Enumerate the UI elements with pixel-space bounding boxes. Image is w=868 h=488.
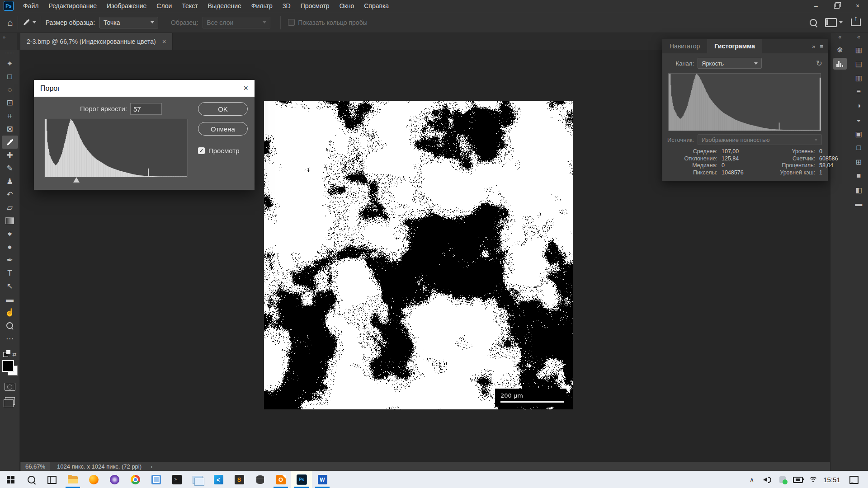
color-panel-icon[interactable]: ▦ — [852, 44, 865, 56]
taskbar-origin[interactable]: O — [270, 471, 291, 488]
tool-gradient[interactable] — [2, 214, 18, 227]
tool-blur[interactable]: ♠ — [2, 227, 18, 240]
foreground-background-swatches[interactable] — [2, 360, 18, 375]
menu-filter[interactable]: Фильтр — [246, 0, 278, 12]
menu-3d[interactable]: 3D — [278, 0, 296, 12]
properties-panel-icon[interactable]: ◧ — [852, 184, 865, 196]
antivirus-icon[interactable] — [775, 471, 790, 488]
tool-rectangular-marquee[interactable]: □ — [2, 70, 18, 83]
start-button[interactable] — [0, 471, 21, 488]
wifi-icon[interactable] — [806, 471, 821, 488]
minimize-button[interactable]: – — [806, 0, 826, 12]
task-view-button[interactable] — [42, 471, 62, 488]
taskbar-search-button[interactable] — [21, 471, 42, 488]
swap-colors-icon[interactable]: ⇄ — [12, 352, 16, 357]
preview-option[interactable]: ✓ Просмотр — [198, 147, 240, 155]
tab-navigator[interactable]: Навигатор — [662, 39, 707, 53]
taskbar-vscode[interactable]: < — [208, 471, 229, 488]
tool-healing-brush[interactable]: ✚ — [2, 149, 18, 162]
histogram-panel-icon[interactable] — [833, 58, 847, 70]
eyedropper-tool-preset[interactable] — [23, 19, 36, 26]
home-icon[interactable]: ⌂ — [7, 17, 13, 28]
tool-crop[interactable]: ⌗ — [2, 109, 18, 122]
menu-edit[interactable]: Редактирование — [43, 0, 102, 12]
tool-hand[interactable]: ☝ — [2, 306, 18, 319]
checkbox-checked-icon[interactable]: ✓ — [198, 147, 205, 154]
sample-size-dropdown[interactable]: Точка — [99, 17, 158, 28]
dialog-title-bar[interactable]: Порог × — [34, 80, 255, 97]
tool-pen[interactable]: ✒ — [2, 253, 18, 267]
edit-toolbar-button[interactable]: ⋯ — [2, 332, 18, 345]
threshold-slider-handle[interactable] — [73, 177, 80, 183]
menu-image[interactable]: Изображение — [102, 0, 151, 12]
taskbar-photoshop[interactable]: Ps — [291, 471, 312, 488]
taskbar-firefox[interactable] — [83, 471, 104, 488]
tool-object-selection[interactable]: ⊡ — [2, 96, 18, 109]
info-panel-icon[interactable]: ▬ — [852, 198, 865, 210]
clock[interactable]: 15:51 — [821, 471, 843, 488]
tool-type[interactable]: T — [2, 267, 18, 280]
tool-eyedropper[interactable] — [2, 136, 18, 149]
tool-brush[interactable]: ✎ — [2, 162, 18, 175]
document-canvas[interactable] — [264, 101, 573, 409]
share-icon[interactable]: ↑ — [851, 19, 861, 26]
taskbar-mail[interactable] — [187, 471, 208, 488]
battery-icon[interactable] — [790, 471, 806, 488]
tool-clone-stamp[interactable]: ♟ — [2, 175, 18, 188]
tool-frame[interactable]: ⊠ — [2, 122, 18, 136]
tool-lasso[interactable]: ◌ — [2, 83, 18, 96]
menu-layers[interactable]: Слои — [151, 0, 177, 12]
refresh-icon[interactable]: ↻ — [816, 59, 822, 68]
gradients-panel-icon[interactable]: ▥ — [852, 72, 865, 84]
tool-path-selection[interactable]: ↖ — [2, 280, 18, 293]
tool-history-brush[interactable]: ↶ — [2, 188, 18, 201]
tool-shape[interactable]: ▬ — [2, 293, 18, 306]
tool-eraser[interactable]: ▱ — [2, 201, 18, 214]
panel-menu-icon[interactable]: ≡ — [820, 43, 823, 50]
menu-select[interactable]: Выделение — [203, 0, 246, 12]
libraries-panel-icon[interactable]: ◒ — [852, 114, 865, 126]
action-center-button[interactable] — [846, 471, 862, 488]
taskbar-database-tool[interactable] — [250, 471, 270, 488]
menu-view[interactable]: Просмотр — [296, 0, 335, 12]
menu-type[interactable]: Текст — [177, 0, 203, 12]
threshold-slider[interactable] — [44, 177, 187, 183]
workspace-switcher[interactable] — [825, 18, 843, 27]
menu-window[interactable]: Окно — [335, 0, 359, 12]
zoom-level[interactable]: 66,67% — [21, 462, 50, 471]
layers-panel-icon[interactable]: ▣ — [852, 128, 865, 140]
taskbar-chrome[interactable] — [125, 471, 146, 488]
document-tab[interactable]: 2-3.bmp @ 66,7% (Индексированные цвета) … — [20, 33, 173, 50]
taskbar-word[interactable]: W — [312, 471, 333, 488]
taskbar-sublime[interactable]: S — [229, 471, 250, 488]
swatches-panel-icon[interactable]: ▤ — [852, 58, 865, 70]
search-icon[interactable] — [810, 19, 817, 26]
status-chevron-icon[interactable]: › — [151, 463, 152, 470]
ok-button[interactable]: OK — [198, 102, 248, 116]
panel-expand-icon[interactable]: » — [812, 43, 815, 50]
collapse-panels-icon[interactable]: « — [838, 34, 841, 40]
taskbar-file-explorer[interactable] — [62, 471, 83, 488]
menu-file[interactable]: Файл — [18, 0, 43, 12]
channels-panel-icon[interactable]: □ — [852, 142, 865, 154]
history-panel-icon[interactable]: ■ — [852, 170, 865, 182]
volume-icon[interactable] — [760, 471, 775, 488]
close-button[interactable]: × — [847, 0, 868, 12]
taskbar-tor-browser[interactable] — [104, 471, 125, 488]
dialog-close-icon[interactable]: × — [243, 84, 248, 93]
tool-move[interactable]: ⌖ — [2, 57, 18, 70]
quick-mask-button[interactable] — [5, 383, 15, 391]
default-colors-control[interactable]: ⇄ — [3, 352, 16, 357]
navigator-panel-icon[interactable]: ☸ — [833, 44, 847, 56]
tab-histogram[interactable]: Гистограмма — [707, 39, 762, 53]
taskbar-photos[interactable] — [146, 471, 166, 488]
screen-mode-button[interactable] — [5, 397, 15, 405]
menu-help[interactable]: Справка — [359, 0, 394, 12]
tab-close-icon[interactable]: × — [162, 38, 166, 45]
foreground-color-swatch[interactable] — [2, 360, 14, 372]
patterns-panel-icon[interactable]: ≡ — [852, 86, 865, 98]
channel-dropdown[interactable]: Яркость — [698, 58, 762, 69]
tool-dodge[interactable]: ● — [2, 240, 18, 253]
paths-panel-icon[interactable]: ⊞ — [852, 156, 865, 168]
hidden-icons-chevron[interactable]: ∧ — [744, 471, 760, 488]
